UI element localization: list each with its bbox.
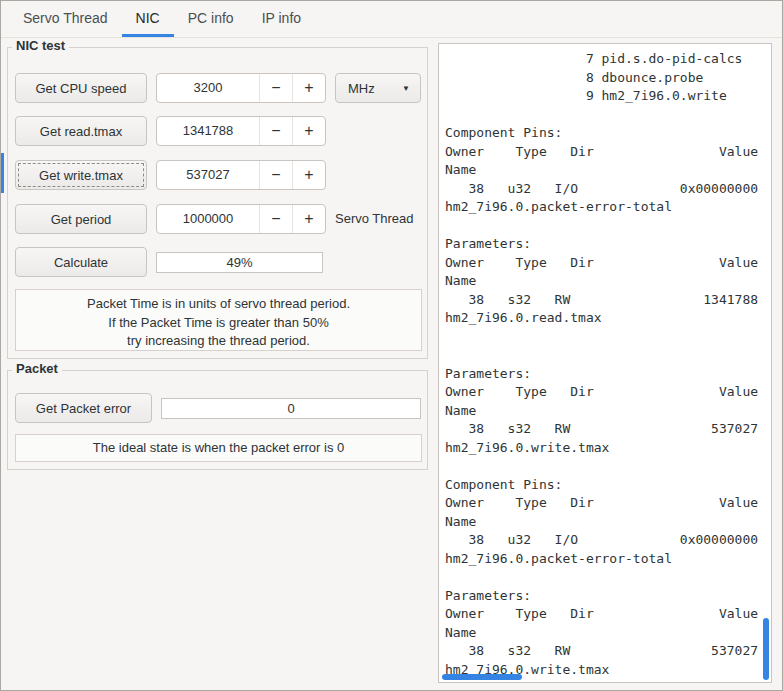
unit-dropdown[interactable]: MHz ▼	[335, 73, 421, 103]
period-spinbox: 1000000 − +	[156, 204, 326, 234]
get-packet-error-button[interactable]: Get Packet error	[15, 393, 152, 423]
write-tmax-decrement-button[interactable]: −	[259, 161, 292, 189]
nic-test-legend: NIC test	[12, 38, 69, 53]
minus-icon: −	[271, 122, 280, 139]
calculate-button[interactable]: Calculate	[15, 247, 147, 277]
servo-thread-label: Servo Thread	[335, 204, 414, 234]
packet-time-progressbar: 49%	[156, 252, 323, 273]
get-period-button[interactable]: Get period	[15, 204, 147, 234]
chevron-down-icon: ▼	[402, 84, 410, 93]
plus-icon: +	[304, 79, 313, 96]
packet-info-text: The ideal state is when the packet error…	[93, 440, 344, 455]
info-line-1: Packet Time is in units of servo thread …	[16, 295, 421, 314]
packet-group: Packet Get Packet error 0 The ideal stat…	[7, 370, 428, 470]
write-tmax-value[interactable]: 537027	[157, 161, 259, 189]
info-line-3: try increasing the thread period.	[16, 332, 421, 351]
cpu-speed-value[interactable]: 3200	[157, 74, 259, 102]
nic-test-group: NIC test Get CPU speed 3200 − + MHz ▼ Ge…	[7, 47, 428, 359]
read-tmax-spinbox: 1341788 − +	[156, 116, 326, 146]
left-overlay-scrollbar-thumb[interactable]	[1, 153, 4, 193]
period-increment-button[interactable]: +	[292, 205, 325, 233]
packet-error-infobox: The ideal state is when the packet error…	[15, 434, 422, 462]
minus-icon: −	[271, 210, 280, 227]
tab-nic[interactable]: NIC	[122, 1, 174, 37]
tab-pc-info[interactable]: PC info	[174, 1, 248, 37]
read-tmax-value[interactable]: 1341788	[157, 117, 259, 145]
read-tmax-increment-button[interactable]: +	[292, 117, 325, 145]
plus-icon: +	[304, 166, 313, 183]
period-decrement-button[interactable]: −	[259, 205, 292, 233]
read-tmax-decrement-button[interactable]: −	[259, 117, 292, 145]
packet-time-infobox: Packet Time is in units of servo thread …	[15, 289, 422, 351]
hal-output-view[interactable]: 7 pid.s.do-pid-calcs 8 dbounce.probe 9 h…	[438, 43, 772, 683]
period-value[interactable]: 1000000	[157, 205, 259, 233]
minus-icon: −	[271, 79, 280, 96]
plus-icon: +	[304, 210, 313, 227]
write-tmax-increment-button[interactable]: +	[292, 161, 325, 189]
cpu-speed-increment-button[interactable]: +	[292, 74, 325, 102]
tab-ip-info[interactable]: IP info	[248, 1, 315, 37]
packet-error-field[interactable]: 0	[161, 398, 421, 419]
write-tmax-spinbox: 537027 − +	[156, 160, 326, 190]
horizontal-scrollbar-thumb[interactable]	[442, 674, 522, 680]
info-line-2: If the Packet Time is greater than 50%	[16, 314, 421, 333]
vertical-scrollbar-thumb[interactable]	[763, 618, 769, 680]
packet-legend: Packet	[12, 361, 62, 376]
unit-dropdown-value: MHz	[348, 81, 375, 96]
main-window: Servo Thread NIC PC info IP info NIC tes…	[0, 0, 783, 691]
get-write-tmax-button[interactable]: Get write.tmax	[15, 160, 147, 190]
cpu-speed-spinbox: 3200 − +	[156, 73, 326, 103]
tab-servo-thread[interactable]: Servo Thread	[9, 1, 122, 37]
cpu-speed-decrement-button[interactable]: −	[259, 74, 292, 102]
tab-bar: Servo Thread NIC PC info IP info	[1, 1, 782, 38]
minus-icon: −	[271, 166, 280, 183]
hal-output-text: 7 pid.s.do-pid-calcs 8 dbounce.probe 9 h…	[439, 44, 771, 679]
get-cpu-speed-button[interactable]: Get CPU speed	[15, 73, 147, 103]
get-read-tmax-button[interactable]: Get read.tmax	[15, 116, 147, 146]
plus-icon: +	[304, 122, 313, 139]
